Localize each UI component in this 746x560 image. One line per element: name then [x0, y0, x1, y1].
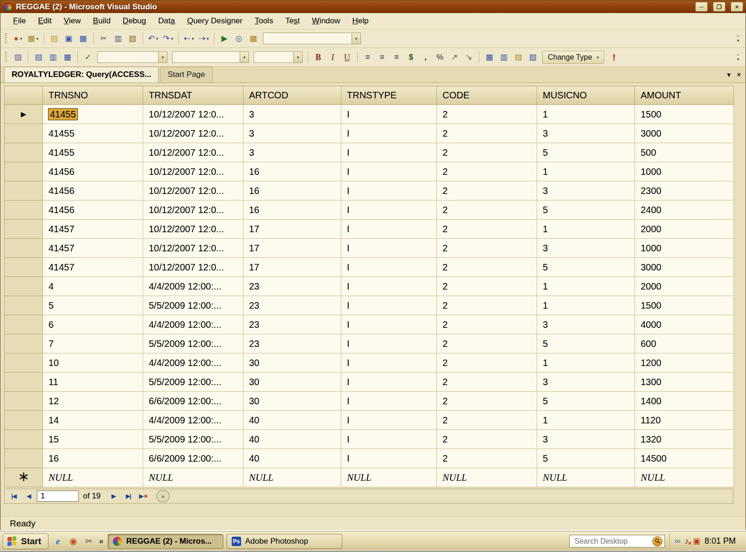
- column-view-button[interactable]: ▥: [497, 50, 511, 64]
- menu-item-help[interactable]: Help: [346, 14, 375, 28]
- link-icon[interactable]: ∞: [675, 537, 680, 545]
- grid-cell[interactable]: NULL: [243, 468, 341, 487]
- row-header[interactable]: [5, 258, 43, 277]
- grid-cell[interactable]: 5: [537, 200, 635, 220]
- grid-cell[interactable]: 5/5/2009 12:00:...: [143, 373, 243, 392]
- grid-cell[interactable]: I: [341, 296, 437, 315]
- grid-cell[interactable]: I: [341, 105, 437, 124]
- grid-cell[interactable]: 10/12/2007 12:0...: [143, 124, 243, 143]
- grid-cell[interactable]: 4: [43, 277, 143, 296]
- grid-cell[interactable]: 4000: [635, 315, 734, 334]
- move-previous-button[interactable]: ◀: [22, 491, 35, 502]
- grid-cell[interactable]: I: [341, 373, 437, 392]
- grid-cell[interactable]: 2: [437, 373, 537, 392]
- ie-icon[interactable]: e: [52, 535, 64, 548]
- column-header-musicno[interactable]: MUSICNO: [537, 86, 635, 105]
- grid-cell[interactable]: I: [341, 392, 437, 411]
- align-left-button[interactable]: ≡: [361, 50, 374, 64]
- grid-cell[interactable]: 16: [243, 200, 341, 220]
- grid-cell[interactable]: 4/4/2009 12:00:...: [143, 411, 243, 430]
- tab-close-icon[interactable]: ×: [737, 71, 741, 78]
- grid-cell[interactable]: 6/6/2009 12:00:...: [143, 449, 243, 468]
- row-header[interactable]: [5, 392, 43, 411]
- grid-cell[interactable]: 2000: [635, 220, 734, 239]
- grid-cell[interactable]: 1120: [635, 411, 734, 430]
- column-header-artcod[interactable]: ARTCOD: [243, 86, 341, 105]
- grid-cell[interactable]: I: [341, 334, 437, 353]
- undo-button[interactable]: ↶▾: [146, 32, 160, 45]
- grid-cell[interactable]: I: [341, 277, 437, 296]
- grid-cell[interactable]: 17: [243, 239, 341, 258]
- show-diagram-pane-button[interactable]: ▨: [11, 50, 25, 64]
- row-header[interactable]: [5, 277, 43, 296]
- taskbar-clock[interactable]: 8:01 PM: [705, 536, 739, 546]
- navigate-forward-button[interactable]: ⇢▾: [197, 32, 211, 45]
- column-header-trnsdat[interactable]: TRNSDAT: [143, 86, 243, 105]
- cut-tool-icon[interactable]: ✂: [83, 535, 95, 548]
- grid-cell[interactable]: 12: [43, 392, 143, 411]
- grid-cell[interactable]: 1: [537, 105, 635, 124]
- menu-item-debug[interactable]: Debug: [117, 14, 152, 28]
- comma-button[interactable]: ,: [419, 50, 432, 64]
- menu-item-edit[interactable]: Edit: [32, 14, 57, 28]
- grid-cell[interactable]: 3: [243, 143, 341, 162]
- grid-cell[interactable]: I: [341, 449, 437, 468]
- column-header-trnsno[interactable]: TRNSNO: [43, 86, 143, 105]
- grid-cell[interactable]: 5: [537, 143, 635, 162]
- grid-cell[interactable]: 2: [437, 411, 537, 430]
- grid-cell[interactable]: 10/12/2007 12:0...: [143, 220, 243, 239]
- menu-item-build[interactable]: Build: [87, 14, 117, 28]
- quick-launch-overflow-icon[interactable]: »: [98, 537, 104, 546]
- grid-cell[interactable]: 30: [243, 392, 341, 411]
- grid-cell[interactable]: 41455: [43, 124, 143, 143]
- start-button[interactable]: Start: [3, 533, 48, 549]
- underline-button[interactable]: U: [340, 50, 354, 64]
- grid-cell[interactable]: 10/12/2007 12:0...: [143, 239, 243, 258]
- redo-button[interactable]: ↷▾: [161, 32, 175, 45]
- menu-item-data[interactable]: Data: [152, 14, 181, 28]
- security-icon[interactable]: ▣: [693, 537, 700, 545]
- grid-cell[interactable]: 1: [537, 296, 635, 315]
- volume-muted-icon[interactable]: ♪×: [684, 537, 689, 545]
- grid-cell[interactable]: 2: [437, 162, 537, 181]
- grid-cell[interactable]: 16: [243, 181, 341, 200]
- grid-cell[interactable]: 4/4/2009 12:00:...: [143, 353, 243, 373]
- grid-cell[interactable]: 10/12/2007 12:0...: [143, 162, 243, 181]
- row-header[interactable]: [5, 430, 43, 449]
- row-header[interactable]: [5, 411, 43, 430]
- grid-cell[interactable]: 40: [243, 411, 341, 430]
- grid-cell[interactable]: 6/6/2009 12:00:...: [143, 392, 243, 411]
- currency-button[interactable]: $: [404, 50, 418, 64]
- grid-cell[interactable]: 1000: [635, 239, 734, 258]
- grid-cell[interactable]: 10/12/2007 12:0...: [143, 200, 243, 220]
- tab-royaltyledger-query-access[interactable]: ROYALTYLEDGER: Query(ACCESS...: [4, 67, 159, 83]
- grid-cell[interactable]: NULL: [635, 468, 734, 487]
- grid-cell[interactable]: 1500: [635, 105, 734, 124]
- row-header[interactable]: [5, 124, 43, 143]
- grid-cell[interactable]: 23: [243, 277, 341, 296]
- grid-cell[interactable]: 1000: [635, 162, 734, 181]
- grid-cell[interactable]: 41456: [43, 162, 143, 181]
- grid-cell[interactable]: 14: [43, 411, 143, 430]
- table-view-button[interactable]: ▦: [483, 50, 496, 64]
- italic-button[interactable]: I: [326, 50, 339, 64]
- grid-cell[interactable]: 2: [437, 220, 537, 239]
- task-button-adobe-photoshop[interactable]: PsAdobe Photoshop: [227, 534, 342, 549]
- grid-cell[interactable]: I: [341, 258, 437, 277]
- grid-cell[interactable]: 41455: [43, 105, 143, 124]
- grid-cell[interactable]: 1: [537, 277, 635, 296]
- grid-cell[interactable]: 16: [243, 162, 341, 181]
- column-header-trnstype[interactable]: TRNSTYPE: [341, 86, 437, 105]
- percent-button[interactable]: %: [433, 50, 447, 64]
- grid-cell[interactable]: 14500: [635, 449, 734, 468]
- grid-cell[interactable]: 3: [537, 239, 635, 258]
- grid-cell[interactable]: 3: [537, 181, 635, 200]
- grid-cell[interactable]: 2: [437, 353, 537, 373]
- tab-list-dropdown-icon[interactable]: ▾: [727, 71, 731, 78]
- grid-cell[interactable]: 17: [243, 258, 341, 277]
- grid-cell[interactable]: 5: [43, 296, 143, 315]
- restore-button[interactable]: ❐: [713, 2, 725, 12]
- align-right-button[interactable]: ≡: [390, 50, 403, 64]
- grid-cell[interactable]: 2: [437, 392, 537, 411]
- row-header[interactable]: [5, 334, 43, 353]
